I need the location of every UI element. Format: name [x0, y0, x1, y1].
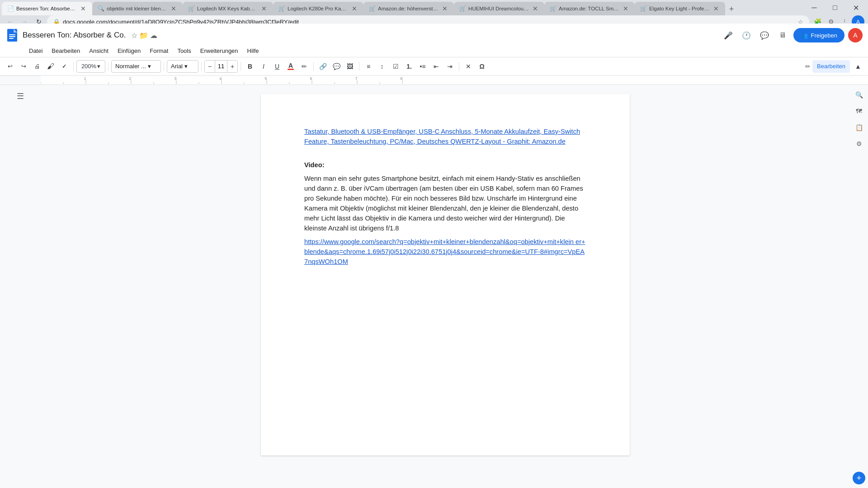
edit-mode-button[interactable]: Bearbeiten	[812, 60, 850, 73]
voice-typing-icon[interactable]: 🎤	[721, 28, 736, 42]
tab-8-close[interactable]: ✕	[712, 5, 720, 12]
tab-7[interactable]: 🛒 Amazon.de: TOCLL Smart... ✕	[544, 2, 635, 15]
tab-4-close[interactable]: ✕	[351, 5, 358, 12]
tab-5[interactable]: 🛒 Amazon.de: höhenverstell... ✕	[363, 2, 454, 15]
present-icon[interactable]: 🖥	[775, 28, 790, 42]
style-selector[interactable]: Normaler ... ▾	[111, 60, 161, 73]
right-panel-icon-1[interactable]: 🔍	[853, 89, 865, 101]
docs-title[interactable]: Besseren Ton: Absorber & Co.	[23, 31, 126, 40]
zoom-selector[interactable]: 200% ▾	[76, 60, 105, 73]
right-panel-icon-2[interactable]: 🗺	[853, 105, 865, 117]
tab-1[interactable]: 📄 Besseren Ton: Absorber &... ✕	[2, 2, 92, 15]
doc-video-link-paragraph: https://www.google.com/search?q=objektiv…	[304, 237, 586, 267]
doc-video-body-paragraph: Wenn man ein sehr gutes Smartphone besit…	[304, 174, 586, 233]
outline-toggle-button[interactable]: ☰	[15, 89, 26, 103]
paint-format-button[interactable]: 🖌	[44, 60, 57, 73]
menu-hilfe[interactable]: Hilfe	[243, 46, 264, 56]
font-size-decrease[interactable]: −	[205, 60, 215, 73]
svg-text:3: 3	[174, 76, 176, 81]
tab-5-close[interactable]: ✕	[441, 5, 448, 12]
insert-image-button[interactable]: 🖼	[344, 60, 356, 73]
menu-ansicht[interactable]: Ansicht	[85, 46, 113, 56]
sep-1	[73, 62, 74, 71]
menu-bearbeiten[interactable]: Bearbeiten	[47, 46, 85, 56]
folder-icon[interactable]: 📁	[139, 31, 148, 40]
sep-5	[241, 62, 241, 71]
toolbar-collapse-button[interactable]: ▲	[852, 60, 864, 73]
right-panel-icon-4[interactable]: ⚙	[853, 137, 865, 150]
user-avatar[interactable]: A	[848, 28, 863, 42]
star-icon[interactable]: ☆	[131, 31, 137, 40]
svg-text:5: 5	[264, 76, 267, 81]
tab-6[interactable]: 🛒 HUEMIHUI Dreamcolour ... ✕	[454, 2, 544, 15]
undo-button[interactable]: ↩	[4, 60, 16, 73]
tab-6-favicon: 🛒	[459, 5, 466, 12]
tab-5-label: Amazon.de: höhenverstell...	[378, 6, 439, 11]
print-button[interactable]: 🖨	[31, 60, 43, 73]
share-button[interactable]: 👥 Freigeben	[793, 28, 844, 42]
amazon-link[interactable]: Tastatur, Bluetooth & USB-Empfänger, USB…	[304, 128, 580, 145]
bullet-list-button[interactable]: •≡	[416, 60, 429, 73]
tab-7-close[interactable]: ✕	[622, 5, 629, 12]
tab-8[interactable]: 🛒 Elgato Key Light - Profes... ✕	[635, 2, 725, 15]
google-search-link[interactable]: https://www.google.com/search?q=objektiv…	[304, 238, 585, 265]
font-size-input[interactable]	[215, 60, 227, 73]
comments-icon[interactable]: 💬	[757, 28, 772, 42]
ruler-svg: 1 2 3 4 5 6 7 8	[41, 75, 868, 85]
font-size-control[interactable]: − +	[204, 60, 238, 73]
minimize-button[interactable]: ─	[804, 0, 825, 15]
highlight-color-button[interactable]: ✏	[298, 60, 311, 73]
tab-4[interactable]: 🛒 Logitech K280e Pro Kabel... ✕	[273, 2, 363, 15]
right-panel-icon-3[interactable]: 📋	[853, 121, 865, 134]
window-controls: ─ □ ✕	[804, 0, 866, 15]
indent-more-button[interactable]: ⇥	[443, 60, 456, 73]
font-size-increase[interactable]: +	[227, 60, 237, 73]
tab-3-close[interactable]: ✕	[260, 5, 268, 12]
tab-2-label: objektiv mit kleiner blend...	[107, 6, 167, 11]
svg-text:8: 8	[400, 76, 402, 81]
menu-tools[interactable]: Tools	[173, 46, 195, 56]
sep-8	[459, 62, 459, 71]
tab-6-close[interactable]: ✕	[532, 5, 539, 12]
font-selector[interactable]: Arial ▾	[167, 60, 198, 73]
insert-comment-button[interactable]: 💬	[330, 60, 343, 73]
tab-8-favicon: 🛒	[640, 5, 646, 12]
menu-erweiterungen[interactable]: Erweiterungen	[196, 46, 243, 56]
clear-format-button[interactable]: ✕	[462, 60, 475, 73]
tab-7-label: Amazon.de: TOCLL Smart...	[559, 6, 619, 11]
tab-1-close[interactable]: ✕	[80, 5, 87, 12]
doc-video-body: Wenn man ein sehr gutes Smartphone besit…	[304, 175, 583, 232]
docs-main[interactable]: Tastatur, Bluetooth & USB-Empfänger, USB…	[41, 85, 850, 488]
tab-3[interactable]: 🛒 Logitech MX Keys Kabell... ✕	[183, 2, 273, 15]
line-spacing-button[interactable]: ↕	[376, 60, 388, 73]
tab-5-favicon: 🛒	[369, 5, 375, 12]
special-chars-button[interactable]: Ω	[476, 60, 488, 73]
add-panel-button[interactable]: +	[853, 472, 865, 484]
font-color-button[interactable]: A	[284, 60, 297, 73]
menu-datei[interactable]: Datei	[24, 46, 47, 56]
spell-check-button[interactable]: ✓	[58, 60, 71, 73]
bold-button[interactable]: B	[244, 60, 256, 73]
checklist-button[interactable]: ☑	[389, 60, 402, 73]
maximize-button[interactable]: □	[825, 0, 845, 15]
menu-einfuegen[interactable]: Einfügen	[113, 46, 145, 56]
insert-link-button[interactable]: 🔗	[316, 60, 329, 73]
underline-button[interactable]: U	[271, 60, 283, 73]
activity-history-icon[interactable]: 🕐	[739, 28, 754, 42]
tab-4-label: Logitech K280e Pro Kabel...	[288, 6, 348, 11]
svg-rect-3	[9, 34, 15, 35]
new-tab-button[interactable]: +	[725, 3, 738, 15]
style-value: Normaler ...	[115, 63, 146, 70]
tab-2-close[interactable]: ✕	[170, 5, 177, 12]
numbered-list-button[interactable]: 1.	[403, 60, 415, 73]
tab-2[interactable]: 🔍 objektiv mit kleiner blend... ✕	[92, 2, 183, 15]
tab-8-label: Elgato Key Light - Profes...	[649, 6, 710, 11]
italic-button[interactable]: I	[257, 60, 270, 73]
close-button[interactable]: ✕	[845, 0, 866, 15]
docs-title-bar: Besseren Ton: Absorber & Co. ☆ 📁 ☁ 🎤 🕐 💬…	[0, 23, 868, 44]
tab-bar: 📄 Besseren Ton: Absorber &... ✕ 🔍 objekt…	[0, 0, 868, 15]
alignment-button[interactable]: ≡	[362, 60, 375, 73]
redo-button[interactable]: ↪	[17, 60, 30, 73]
indent-less-button[interactable]: ⇤	[430, 60, 443, 73]
menu-format[interactable]: Format	[145, 46, 173, 56]
